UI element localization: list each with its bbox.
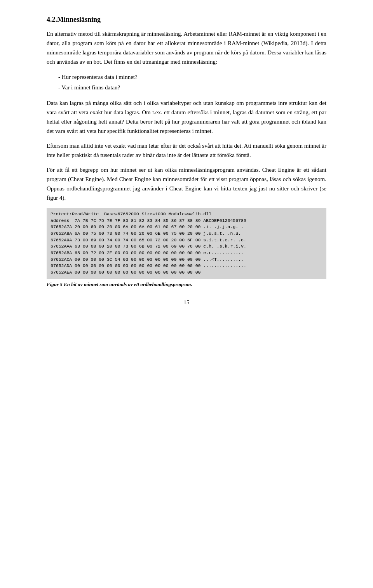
paragraph-4: För att få ett begrepp om hur minnet ser… [47,165,326,202]
page-number: 15 [47,299,326,306]
figure-caption: Figur 5 En bit av minnet som används av … [47,281,326,288]
paragraph-3: Eftersom man alltid inte vet exakt vad m… [47,141,326,160]
paragraph-2: Data kan lagras på många olika sätt och … [47,98,326,136]
list-item-2: - Var i minnet finns datan? [58,82,326,93]
memory-dump-code: Protect:Read/Write Base=67652000 Size=10… [47,208,326,279]
challenge-list: - Hur representeras data i minnet? - Var… [58,72,326,93]
page: 4.2.Minnesläsning En alternativ metod ti… [47,16,326,306]
paragraph-1: En alternativ metod till skärmskrapning … [47,29,326,66]
list-item-1: - Hur representeras data i minnet? [58,72,326,82]
section-heading: 4.2.Minnesläsning [47,16,326,24]
